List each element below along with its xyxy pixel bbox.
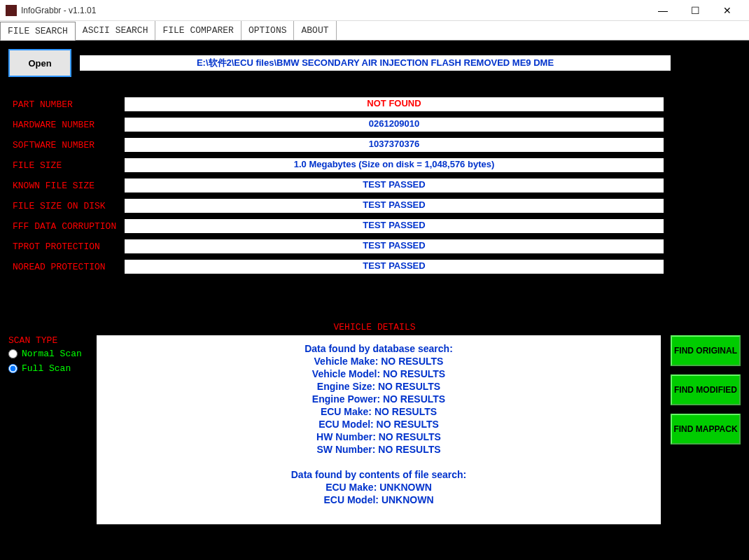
label-file-size: FILE SIZE: [13, 160, 125, 171]
label-normal-scan: Normal Scan: [22, 349, 82, 359]
maximize-button[interactable]: ☐: [679, 0, 711, 21]
value-file-size: 1.0 Megabytes (Size on disk = 1,048,576 …: [125, 158, 664, 172]
titlebar: InfoGrabbr - v1.1.01 ― ☐ ✕: [0, 0, 749, 21]
window-title: InfoGrabbr - v1.1.01: [21, 6, 647, 15]
details-line: Vehicle Make: NO RESULTS: [104, 355, 654, 368]
label-noread-protection: NOREAD PROTECTION: [13, 262, 125, 272]
value-part-number: NOT FOUND: [125, 97, 664, 111]
value-file-size-on-disk: TEST PASSED: [125, 199, 664, 213]
value-hardware-number: 0261209010: [125, 118, 664, 132]
value-known-file-size: TEST PASSED: [125, 178, 664, 192]
scan-type-title: SCAN TYPE: [8, 335, 91, 346]
info-grid: PART NUMBER NOT FOUND HARDWARE NUMBER 02…: [13, 97, 664, 274]
details-line: Data found by contents of file search:: [104, 468, 654, 481]
value-fff-data-corruption: TEST PASSED: [125, 219, 664, 233]
find-original-button[interactable]: FIND ORIGINAL: [671, 335, 741, 366]
tab-ascii-search[interactable]: ASCII SEARCH: [76, 21, 156, 40]
details-line: Engine Size: NO RESULTS: [104, 380, 654, 393]
details-line: Vehicle Model: NO RESULTS: [104, 368, 654, 380]
value-software-number: 1037370376: [125, 138, 664, 152]
content-area: Open E:\软件2\ECU files\BMW SECONDARY AIR …: [0, 41, 749, 560]
details-line: HW Number: NO RESULTS: [104, 430, 654, 443]
close-button[interactable]: ✕: [711, 0, 743, 21]
radio-normal-scan[interactable]: [8, 349, 18, 358]
app-icon: [6, 5, 17, 16]
tab-about[interactable]: ABOUT: [294, 21, 336, 40]
details-line: ECU Model: UNKNOWN: [104, 493, 654, 506]
tab-file-search[interactable]: FILE SEARCH: [0, 22, 76, 41]
value-noread-protection: TEST PASSED: [125, 260, 664, 274]
details-line: ECU Make: UNKNOWN: [104, 481, 654, 493]
label-part-number: PART NUMBER: [13, 99, 125, 110]
details-line: Engine Power: NO RESULTS: [104, 393, 654, 405]
details-line: SW Number: NO RESULTS: [104, 443, 654, 456]
menubar: FILE SEARCH ASCII SEARCH FILE COMPARER O…: [0, 21, 749, 41]
scan-panel: SCAN TYPE Normal Scan Full Scan: [8, 335, 91, 524]
file-path-field[interactable]: E:\软件2\ECU files\BMW SECONDARY AIR INJEC…: [80, 55, 671, 71]
details-line: Data found by database search:: [104, 342, 654, 355]
value-tprot-protection: TEST PASSED: [125, 239, 664, 253]
label-file-size-on-disk: FILE SIZE ON DISK: [13, 201, 125, 211]
tab-file-comparer[interactable]: FILE COMPARER: [155, 21, 241, 40]
details-line: ECU Model: NO RESULTS: [104, 418, 654, 430]
minimize-button[interactable]: ―: [647, 0, 679, 21]
details-line: [104, 456, 654, 468]
find-modified-button[interactable]: FIND MODIFIED: [671, 374, 741, 405]
vehicle-details-header: VEHICLE DETAILS: [8, 322, 741, 332]
tab-options[interactable]: OPTIONS: [241, 21, 295, 40]
label-software-number: SOFTWARE NUMBER: [13, 140, 125, 150]
label-tprot-protection: TPROT PROTECTION: [13, 241, 125, 252]
open-button[interactable]: Open: [8, 49, 71, 77]
details-line: ECU Make: NO RESULTS: [104, 405, 654, 418]
label-full-scan: Full Scan: [22, 363, 71, 374]
vehicle-details-box: Data found by database search: Vehicle M…: [97, 335, 661, 524]
find-mappack-button[interactable]: FIND MAPPACK: [671, 414, 741, 444]
label-known-file-size: KNOWN FILE SIZE: [13, 181, 125, 191]
radio-full-scan[interactable]: [8, 364, 18, 373]
label-fff-data-corruption: FFF DATA CORRUPTION: [13, 221, 125, 232]
action-buttons: FIND ORIGINAL FIND MODIFIED FIND MAPPACK: [671, 335, 741, 524]
label-hardware-number: HARDWARE NUMBER: [13, 120, 125, 130]
